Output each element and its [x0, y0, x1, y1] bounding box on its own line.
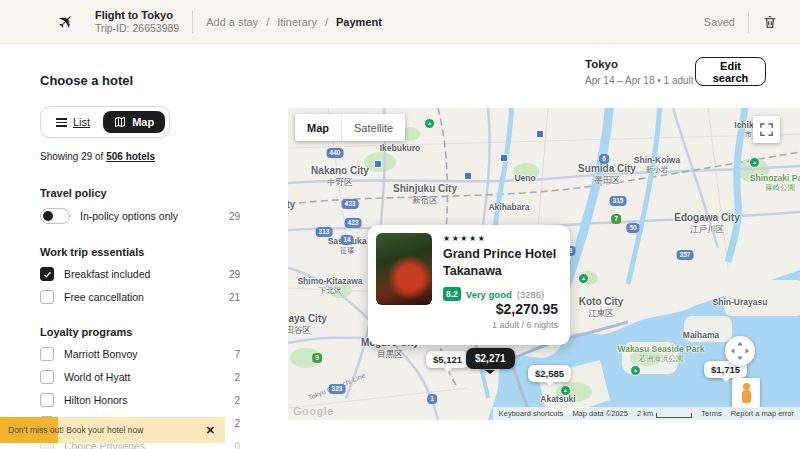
results-total-link[interactable]: 506 hotels [106, 151, 155, 162]
price-pin[interactable]: $5,121 [426, 351, 469, 368]
hotel-photo [376, 233, 432, 305]
trash-icon [762, 14, 778, 30]
breakfast-count: 29 [229, 269, 240, 280]
breadcrumb-add-a-stay[interactable]: Add a stay [206, 16, 258, 28]
breadcrumb-payment[interactable]: Payment [336, 16, 382, 28]
hilton-checkbox[interactable] [40, 393, 54, 407]
map-label: Shimo-Kitazawa下北沢 [297, 276, 362, 295]
hyatt-count: 2 [234, 372, 240, 383]
results-summary: Showing 29 of 506 hotels [40, 151, 240, 162]
map-type-map-button[interactable]: Map [295, 114, 341, 141]
ihg-count: 2 [234, 418, 240, 429]
report-error-link[interactable]: Report a map error [731, 409, 794, 418]
map-type-satellite-button[interactable]: Satellite [342, 114, 405, 141]
park-marker-icon[interactable] [424, 118, 435, 129]
price-pin[interactable]: $2,585 [528, 365, 571, 382]
loyalty-row-hilton: Hilton Honors 2 [40, 393, 240, 407]
in-policy-toggle[interactable] [40, 208, 70, 224]
hotel-card[interactable]: ★★★★★ Grand Prince Hotel Takanawa 8.2 Ve… [368, 225, 570, 345]
hyatt-label: World of Hyatt [64, 371, 130, 383]
trash-button[interactable] [762, 14, 778, 30]
breadcrumb-separator: / [325, 16, 328, 28]
station-marker-icon[interactable] [500, 154, 508, 162]
in-policy-label: In-policy options only [80, 210, 178, 222]
results-count-text: Showing 29 of [40, 151, 103, 162]
map-label: Shin-Koiwa新小岩 [634, 155, 680, 174]
travel-policy-title: Travel policy [40, 187, 240, 199]
pan-control[interactable] [725, 336, 755, 366]
park-marker-icon[interactable] [578, 273, 589, 284]
breadcrumb-itinerary[interactable]: Itinerary [277, 16, 317, 28]
route-shield: 9 [312, 353, 322, 363]
filters-sidebar: List Map Showing 29 of 506 hotels Travel… [40, 106, 240, 449]
terms-link[interactable]: Terms [701, 409, 721, 418]
free-cancellation-checkbox[interactable] [40, 290, 54, 304]
map-label: Shinjuku City新宿区 [393, 183, 457, 205]
pegman-button[interactable] [732, 378, 760, 408]
station-marker-icon[interactable] [374, 160, 382, 168]
divider [748, 11, 749, 33]
map-type-control: Map Satellite [295, 114, 405, 141]
loyalty-title: Loyalty programs [40, 326, 240, 338]
park-marker-icon[interactable] [560, 385, 571, 396]
map-label: Akatsuki [540, 394, 575, 404]
hotel-map[interactable]: Ikebukuro Nakano City中野区 Shinjuku City新宿… [288, 108, 800, 420]
choice-count: 0 [234, 441, 240, 449]
route-shield: 7 [611, 214, 621, 224]
search-summary: Tokyo Apr 14 – Apr 18 • 1 adult [585, 58, 694, 87]
edit-search-button[interactable]: Edit search [695, 57, 766, 86]
station-marker-icon[interactable] [536, 130, 544, 138]
promo-banner: Don't miss out! Book your hotel now ✕ [0, 417, 225, 443]
marriott-count: 7 [234, 349, 240, 360]
rating-label: Very good [466, 289, 512, 300]
view-toggle: List Map [40, 106, 170, 138]
park-marker-icon[interactable] [630, 365, 641, 376]
free-cancellation-count: 21 [229, 292, 240, 303]
marriott-checkbox[interactable] [40, 347, 54, 361]
pegman-icon [741, 383, 751, 403]
map-label: Koto City江東区 [579, 296, 623, 318]
dates-occupancy: Apr 14 – Apr 18 • 1 adult [585, 75, 694, 87]
close-icon[interactable]: ✕ [206, 424, 225, 437]
list-view-button[interactable]: List [45, 111, 101, 133]
fullscreen-icon [759, 122, 774, 137]
check-icon [43, 270, 52, 279]
list-view-label: List [73, 116, 90, 128]
map-label: Suginami City杉並区 [288, 199, 295, 221]
route-shield: 6 [599, 154, 609, 164]
hyatt-checkbox[interactable] [40, 370, 54, 384]
airplane-icon: ✈ [54, 9, 79, 34]
scale-label: 2 km [637, 409, 653, 418]
route-shield: 1 [427, 394, 437, 404]
breakfast-checkbox[interactable] [40, 267, 54, 281]
app-window: ✈ Flight to Tokyo Trip-ID: 26653989 Add … [0, 0, 800, 449]
route-shield: 313 [316, 227, 333, 237]
destination: Tokyo [585, 58, 694, 72]
map-view-label: Map [132, 116, 154, 128]
hotel-rating-row: 8.2 Very good (3286) [443, 287, 544, 301]
hotel-price-meta: 1 adult / 6 nights [492, 320, 558, 330]
map-view-button[interactable]: Map [103, 111, 165, 133]
map-label: Nakano City中野区 [311, 165, 369, 187]
review-count: (3286) [517, 289, 544, 300]
fullscreen-button[interactable] [753, 116, 780, 143]
map-label: Wakasu Seaside Park若洲海浜公園 [617, 344, 704, 363]
route-shield: 433 [342, 199, 359, 209]
page-title: Choose a hotel [40, 73, 133, 88]
trip-id: Trip-ID: 26653989 [95, 22, 179, 36]
park-marker-icon[interactable] [749, 157, 760, 168]
route-shield: 440 [327, 148, 344, 158]
map-label: Maihama [683, 330, 719, 340]
divider [192, 11, 193, 33]
keyboard-shortcuts-link[interactable]: Keyboard shortcuts [499, 409, 564, 418]
rating-badge: 8.2 [443, 287, 461, 301]
trip-info: Flight to Tokyo Trip-ID: 26653989 [95, 8, 179, 36]
route-shield: 323 [329, 384, 346, 394]
price-pin-selected[interactable]: $2,271 [466, 348, 515, 369]
marriott-label: Marriott Bonvoy [64, 348, 138, 360]
station-marker-icon[interactable] [464, 172, 472, 180]
map-data-text: Map data ©2025 [572, 409, 628, 418]
google-logo: Google [293, 405, 334, 417]
map-label: Ueno [514, 173, 535, 183]
breadcrumb: Add a stay / Itinerary / Payment [206, 16, 382, 28]
